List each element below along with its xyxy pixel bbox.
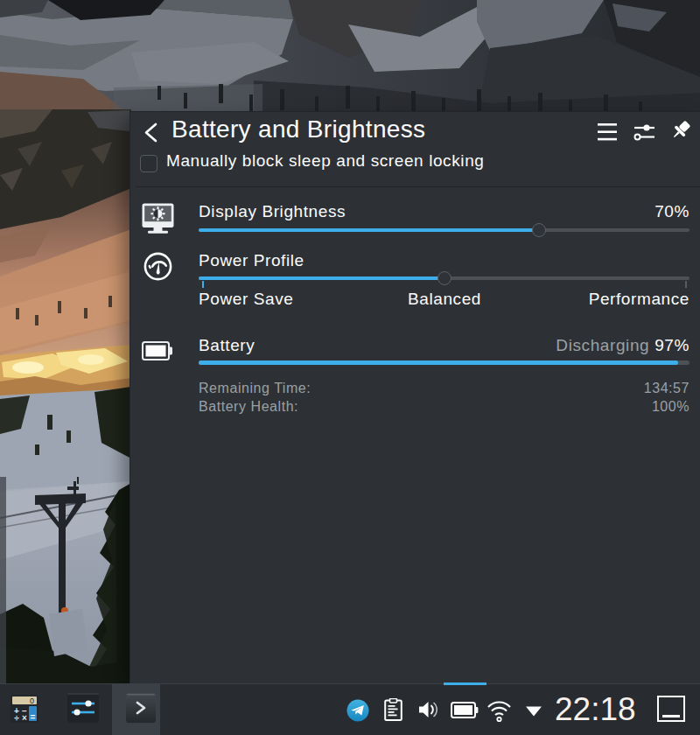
svg-text:0: 0 — [30, 696, 34, 705]
svg-text:×: × — [22, 713, 27, 723]
svg-text:÷: ÷ — [14, 713, 19, 723]
svg-text:=: = — [31, 712, 36, 722]
